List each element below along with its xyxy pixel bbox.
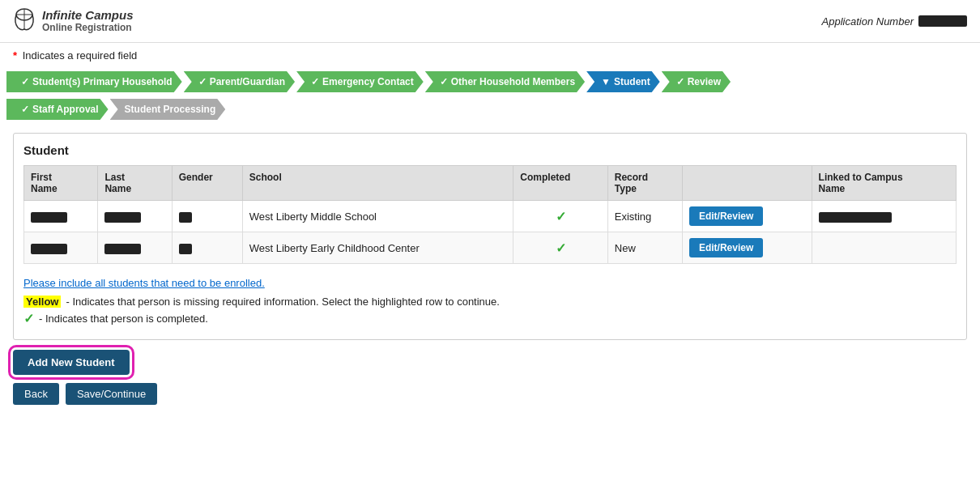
col-header-last-name: LastName — [98, 166, 172, 201]
nav-step-processing[interactable]: Student Processing — [110, 99, 226, 120]
nav-step-guardian[interactable]: ✓ Parent/Guardian — [184, 71, 295, 92]
completed-check-1: ✓ — [556, 210, 566, 223]
step-check-review: ✓ — [676, 76, 684, 87]
cell-action-1[interactable]: Edit/Review — [682, 201, 812, 232]
step-check-staff: ✓ — [21, 104, 29, 115]
save-continue-button[interactable]: Save/Continue — [66, 383, 157, 405]
yellow-label: Yellow — [23, 296, 61, 308]
legend-yellow-text: - Indicates that person is missing requi… — [66, 296, 499, 308]
step-label-review: Review — [688, 76, 721, 87]
col-header-record-type: RecordType — [607, 166, 682, 201]
step-check-household: ✓ — [21, 76, 29, 87]
campus-logo-icon — [10, 6, 39, 36]
nav-step-review[interactable]: ✓ Review — [662, 71, 731, 92]
legend-check-row: ✓ - Indicates that person is completed. — [23, 311, 957, 326]
legend-yellow-row: Yellow - Indicates that person is missin… — [23, 296, 957, 308]
nav-row-2: ✓ Staff Approval Student Processing — [0, 96, 980, 123]
cell-gender-1 — [172, 201, 242, 232]
nav-step-student[interactable]: ▼ Student — [586, 71, 660, 92]
step-check-emergency: ✓ — [311, 76, 319, 87]
required-notice: * Indicates a required field — [0, 43, 980, 68]
app-logo: Infinite Campus Online Registration — [6, 6, 134, 36]
step-check-guardian: ✓ — [198, 76, 207, 87]
col-header-actions — [682, 166, 812, 201]
edit-review-btn-2[interactable]: Edit/Review — [689, 238, 763, 257]
edit-review-btn-1[interactable]: Edit/Review — [689, 206, 763, 226]
step-label-student: Student — [614, 76, 650, 87]
cell-record-type-2: New — [607, 232, 682, 264]
col-header-first-name: FirstName — [24, 166, 98, 201]
logo-sub: Online Registration — [42, 22, 134, 33]
step-check-other: ✓ — [440, 76, 448, 87]
app-number-area: Application Number — [822, 15, 967, 28]
cell-completed-1: ✓ — [513, 201, 607, 232]
app-number-label: Application Number — [822, 15, 914, 28]
step-label-processing: Student Processing — [125, 104, 216, 115]
cell-school-2: West Liberty Early Childhood Center — [242, 232, 513, 264]
cell-gender-2 — [172, 232, 242, 264]
legend-check-icon: ✓ — [23, 311, 34, 326]
logo-infinite: Infinite — [42, 8, 82, 22]
enroll-note: Please include all students that need to… — [23, 277, 957, 289]
enroll-note-link[interactable]: Please include all students that need to… — [23, 277, 265, 289]
cell-school-1: West Liberty Middle School — [242, 201, 513, 232]
header: Infinite Campus Online Registration Appl… — [0, 0, 980, 43]
cell-completed-2: ✓ — [513, 232, 607, 264]
table-header-row: FirstName LastName Gender School Complet… — [24, 166, 957, 201]
col-header-school: School — [242, 166, 513, 201]
required-star: * — [13, 49, 17, 62]
back-button[interactable]: Back — [13, 383, 59, 405]
bottom-btn-row: Add New Student — [13, 350, 967, 375]
nav-step-household[interactable]: ✓ Student(s) Primary Household — [6, 71, 182, 92]
student-section-title: Student — [23, 143, 957, 157]
nav-btn-row: Back Save/Continue — [13, 383, 967, 405]
app-number-value — [918, 15, 967, 27]
step-label-guardian: Parent/Guardian — [210, 76, 285, 87]
add-new-student-button[interactable]: Add New Student — [13, 350, 130, 375]
cell-last-name-2 — [98, 232, 172, 264]
legend-yellow: Yellow - Indicates that person is missin… — [23, 296, 957, 326]
nav-step-staff[interactable]: ✓ Staff Approval — [6, 99, 109, 120]
student-section: Student FirstName LastName Gender School… — [13, 133, 967, 340]
table-row: West Liberty Early Childhood Center ✓ Ne… — [24, 232, 957, 264]
step-check-student: ▼ — [601, 76, 611, 87]
nav-row-1: ✓ Student(s) Primary Household ✓ Parent/… — [0, 68, 980, 96]
nav-step-other-members[interactable]: ✓ Other Household Members — [425, 71, 585, 92]
cell-first-name-1 — [24, 201, 98, 232]
table-row: West Liberty Middle School ✓ Existing Ed… — [24, 201, 957, 232]
cell-first-name-2 — [24, 232, 98, 264]
col-header-gender: Gender — [172, 166, 242, 201]
legend-check-text: - Indicates that person is completed. — [39, 313, 208, 325]
cell-linked-2 — [812, 232, 956, 264]
col-header-completed: Completed — [513, 166, 607, 201]
required-notice-text: Indicates a required field — [23, 49, 138, 62]
nav-step-emergency[interactable]: ✓ Emergency Contact — [296, 71, 424, 92]
cell-last-name-1 — [98, 201, 172, 232]
cell-action-2[interactable]: Edit/Review — [682, 232, 812, 264]
step-label-emergency: Emergency Contact — [322, 76, 414, 87]
cell-record-type-1: Existing — [607, 201, 682, 232]
step-label-household: Student(s) Primary Household — [32, 76, 173, 87]
completed-check-2: ✓ — [556, 241, 566, 255]
student-table: FirstName LastName Gender School Complet… — [23, 165, 957, 264]
step-label-other: Other Household Members — [451, 76, 575, 87]
logo-area: Infinite Campus Online Registration — [6, 6, 134, 36]
col-header-linked: Linked to CampusName — [812, 166, 956, 201]
logo-campus: Campus — [85, 8, 133, 22]
cell-linked-1 — [812, 201, 956, 232]
step-label-staff: Staff Approval — [32, 104, 99, 115]
